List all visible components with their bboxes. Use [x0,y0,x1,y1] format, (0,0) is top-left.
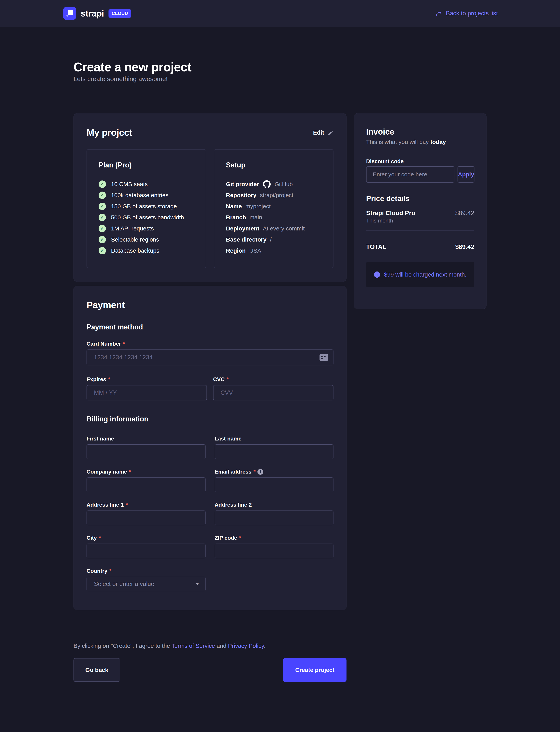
setup-row: Git provider GitHub [226,179,321,190]
credit-card-icon [319,354,328,361]
my-project-title: My project [87,127,132,138]
page-title: Create a new project [73,60,487,75]
payment-title: Payment [87,299,333,311]
city-input[interactable] [87,544,206,558]
cvc-label: CVC* [213,376,333,383]
go-back-button[interactable]: Go back [73,658,120,682]
plan-feature-label: 100k database entries [111,192,168,199]
required-asterisk: * [108,376,110,383]
required-asterisk: * [126,502,128,508]
setup-row: Branch main [226,212,321,223]
back-to-projects-link[interactable]: Back to projects list [436,10,498,17]
plan-feature-item: ✓100k database entries [99,190,194,201]
check-icon: ✓ [99,214,106,221]
plan-feature-label: 150 GB of assets storage [111,203,177,210]
address-line1-label: Address line 1* [87,502,206,508]
invoice-total-row: TOTAL $89.42 [366,243,474,250]
address-line2-input[interactable] [215,510,334,525]
setup-label: Name [226,203,242,210]
card-number-input[interactable] [87,349,333,365]
company-name-label: Company name* [87,468,206,475]
setup-row: Base directory / [226,234,321,245]
strapi-logo-triangle [66,15,68,17]
setup-row: Deployment At every commit [226,223,321,234]
setup-row: Region USA [226,245,321,256]
billing-title: Billing information [87,415,333,423]
first-name-input[interactable] [87,444,206,459]
agreement-suffix: . [264,643,265,649]
cloud-badge: CLOUD [109,9,131,18]
terms-link[interactable]: Terms of Service [171,643,215,649]
header-bar: strapi CLOUD Back to projects list [0,0,560,27]
setup-label: Repository [226,192,256,199]
my-project-card: My project Edit Plan (Pro) ✓10 CMS seats [73,113,347,282]
required-asterisk: * [253,468,255,475]
edit-button[interactable]: Edit [313,129,333,136]
required-asterisk: * [129,468,131,475]
agreement-middle: and [215,643,228,649]
privacy-link[interactable]: Privacy Policy [228,643,264,649]
required-asterisk: * [227,376,229,383]
city-label-text: City [87,535,97,541]
price-details-title: Price details [366,194,474,203]
check-icon: ✓ [99,247,106,254]
last-name-input[interactable] [215,444,334,459]
back-arrow-icon [436,11,442,16]
invoice-subtitle-emphasis: today [430,139,446,145]
email-info-icon[interactable]: i [257,469,263,475]
zip-code-input[interactable] [215,544,334,558]
setup-value: strapi/project [260,192,293,199]
chevron-down-icon: ▼ [195,582,200,586]
line-item-name: Strapi Cloud Pro [366,209,415,217]
last-name-label: Last name [215,435,334,442]
setup-label: Region [226,247,246,254]
invoice-bottom-divider [366,297,474,297]
address-line2-label-text: Address line 2 [215,502,252,508]
setup-row: Repository strapi/project [226,190,321,201]
strapi-logo-icon [63,7,76,20]
plan-feature-item: ✓Database backups [99,245,194,256]
plan-feature-label: 1M API requests [111,225,154,232]
company-name-input[interactable] [87,477,206,492]
edit-button-label: Edit [313,129,324,136]
strapi-logo-square [68,10,73,15]
first-name-label: First name [87,435,206,442]
first-name-label-text: First name [87,435,114,442]
total-label: TOTAL [366,243,386,250]
invoice-subtitle-prefix: This is what you will pay [366,139,430,145]
line-item-period: This month [366,217,474,224]
country-select[interactable]: Select or enter a value ▼ [87,577,206,591]
create-project-button[interactable]: Create project [283,658,347,682]
page-subtitle: Lets create something awesome! [73,75,487,83]
check-icon: ✓ [99,180,106,188]
setup-title: Setup [226,161,321,169]
check-icon: ✓ [99,203,106,210]
card-number-label-text: Card Number [87,341,121,347]
setup-label: Deployment [226,225,259,232]
required-asterisk: * [239,535,241,541]
payment-method-title: Payment method [87,323,333,331]
discount-code-label: Discount code [366,158,474,165]
address-line1-input[interactable] [87,510,206,525]
agreement-prefix: By clicking on "Create", I agree to the [73,643,171,649]
city-label: City* [87,535,206,541]
plan-feature-list: ✓10 CMS seats ✓100k database entries ✓15… [99,179,194,256]
total-amount: $89.42 [455,243,474,250]
invoice-subtitle: This is what you will pay today [366,138,474,145]
address-line1-label-text: Address line 1 [87,502,124,508]
apply-button[interactable]: Apply [458,166,474,183]
email-address-input[interactable] [215,477,334,492]
setup-label: Branch [226,214,246,221]
check-icon: ✓ [99,236,106,243]
plan-feature-item: ✓Selectable regions [99,234,194,245]
setup-rows: Git provider GitHub Repository strapi/pr… [226,179,321,256]
invoice-card: Invoice This is what you will pay today … [354,113,487,309]
setup-value: GitHub [275,181,293,187]
expires-input[interactable] [87,385,207,400]
plan-feature-label: Database backups [111,247,159,254]
cvc-input[interactable] [213,385,333,400]
discount-code-input[interactable] [366,166,454,183]
plan-feature-item: ✓10 CMS seats [99,179,194,190]
invoice-title: Invoice [366,127,474,137]
email-address-label: Email address* i [215,468,334,475]
